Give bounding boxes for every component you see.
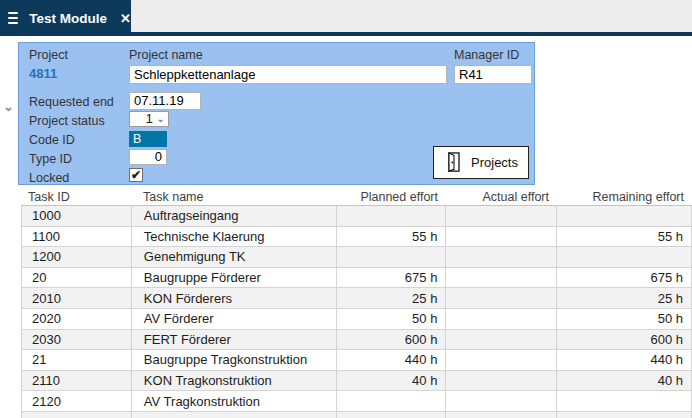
cell-task-id[interactable]: 21 <box>22 350 132 370</box>
cell-empty <box>446 412 557 418</box>
projects-button-label: Projects <box>471 155 518 170</box>
type-id-input[interactable]: 0 <box>129 149 167 165</box>
cell-task-name[interactable]: Technische Klaerung <box>132 227 337 247</box>
task-table: Task ID Task name Planned effort Actual … <box>21 188 692 418</box>
cell-remaining[interactable]: 40 h <box>557 371 692 391</box>
cell-task-name[interactable]: KON Förderers <box>132 288 337 308</box>
table-row[interactable]: 2030FERT Förderer600 h600 h <box>22 330 692 351</box>
cell-remaining[interactable]: 50 h <box>557 309 692 329</box>
cell-actual[interactable] <box>446 330 557 350</box>
chevron-down-icon: ⌄ <box>157 114 165 124</box>
cell-task-id[interactable]: 2110 <box>22 371 132 391</box>
collapse-chevron-icon[interactable]: ⌄ <box>3 100 14 113</box>
project-status-label: Project status <box>29 114 105 128</box>
task-table-body: 1000Auftragseingang1100Technische Klaeru… <box>21 206 692 418</box>
table-row[interactable]: 1100Technische Klaerung55 h55 h <box>22 227 692 248</box>
cell-actual[interactable] <box>446 350 557 370</box>
tab-title: Test Module <box>29 11 107 26</box>
cell-planned[interactable] <box>337 247 447 267</box>
cell-actual[interactable] <box>446 309 557 329</box>
code-id-field[interactable]: B <box>129 131 167 147</box>
cell-planned[interactable]: 440 h <box>337 350 447 370</box>
project-id-link[interactable]: 4811 <box>29 66 57 81</box>
cell-planned[interactable]: 55 h <box>337 227 447 247</box>
checkmark-icon: ✔ <box>131 169 141 181</box>
cell-remaining[interactable] <box>557 247 692 267</box>
cell-task-name[interactable]: AV Förderer <box>132 309 337 329</box>
cell-planned[interactable]: 675 h <box>337 268 447 288</box>
table-row[interactable]: 1200Genehmigung TK <box>22 247 692 268</box>
table-row-partial[interactable] <box>22 412 692 418</box>
cell-remaining[interactable]: 675 h <box>557 268 692 288</box>
project-panel: Project Project name Manager ID 4811 Sch… <box>18 42 535 185</box>
cell-planned[interactable]: 25 h <box>337 288 447 308</box>
cell-empty <box>557 412 692 418</box>
cell-task-id[interactable]: 1200 <box>22 247 132 267</box>
cell-actual[interactable] <box>446 288 557 308</box>
cell-task-name[interactable]: Baugruppe Tragkonstruktion <box>132 350 337 370</box>
cell-remaining[interactable]: 55 h <box>557 227 692 247</box>
cell-task-id[interactable]: 2030 <box>22 330 132 350</box>
cell-task-name[interactable]: KON Tragkonstruktion <box>132 371 337 391</box>
cell-task-name[interactable]: Auftragseingang <box>132 206 337 226</box>
cell-planned[interactable]: 600 h <box>337 330 447 350</box>
cell-actual[interactable] <box>446 268 557 288</box>
cell-task-id[interactable]: 2010 <box>22 288 132 308</box>
cell-remaining[interactable] <box>557 391 692 411</box>
project-status-value: 1 <box>146 112 153 126</box>
table-row[interactable]: 20Baugruppe Förderer675 h675 h <box>22 268 692 289</box>
menu-icon[interactable] <box>8 12 18 24</box>
cell-empty <box>22 412 132 418</box>
table-row[interactable]: 21Baugruppe Tragkonstruktion440 h440 h <box>22 350 692 371</box>
requested-end-label: Requested end <box>29 95 114 109</box>
cell-planned[interactable]: 50 h <box>337 309 447 329</box>
code-id-label: Code ID <box>29 133 75 147</box>
cell-empty <box>337 412 447 418</box>
table-row[interactable]: 2120AV Tragkonstruktion <box>22 391 692 412</box>
cell-task-name[interactable]: Baugruppe Förderer <box>132 268 337 288</box>
cell-remaining[interactable]: 600 h <box>557 330 692 350</box>
manager-id-input[interactable]: R41 <box>454 65 532 84</box>
cell-planned[interactable] <box>337 391 447 411</box>
project-label: Project <box>29 48 68 62</box>
cell-remaining[interactable]: 440 h <box>557 350 692 370</box>
cell-task-name[interactable]: Genehmigung TK <box>132 247 337 267</box>
cell-actual[interactable] <box>446 206 557 226</box>
manager-id-label: Manager ID <box>454 48 519 62</box>
cell-task-id[interactable]: 1000 <box>22 206 132 226</box>
cell-actual[interactable] <box>446 247 557 267</box>
requested-end-input[interactable]: 07.11.19 <box>129 92 201 110</box>
col-header-planned-effort: Planned effort <box>336 190 446 204</box>
door-icon <box>444 151 464 174</box>
locked-checkbox[interactable]: ✔ <box>129 168 143 182</box>
cell-task-id[interactable]: 2120 <box>22 391 132 411</box>
table-row[interactable]: 2110KON Tragkonstruktion40 h40 h <box>22 371 692 392</box>
cell-task-id[interactable]: 20 <box>22 268 132 288</box>
projects-button[interactable]: Projects <box>433 146 529 179</box>
cell-planned[interactable] <box>337 206 447 226</box>
locked-label: Locked <box>29 171 69 185</box>
cell-actual[interactable] <box>446 227 557 247</box>
cell-actual[interactable] <box>446 371 557 391</box>
table-row[interactable]: 2010KON Förderers25 h25 h <box>22 288 692 309</box>
project-name-input[interactable]: Schleppkettenanlage <box>129 65 447 84</box>
cell-task-name[interactable]: FERT Förderer <box>132 330 337 350</box>
tab-test-module[interactable]: Test Module ✕ <box>0 0 131 36</box>
cell-actual[interactable] <box>446 391 557 411</box>
task-table-header: Task ID Task name Planned effort Actual … <box>21 188 692 206</box>
cell-planned[interactable]: 40 h <box>337 371 447 391</box>
cell-remaining[interactable] <box>557 206 692 226</box>
close-icon[interactable]: ✕ <box>120 12 131 25</box>
cell-task-name[interactable]: AV Tragkonstruktion <box>132 391 337 411</box>
tab-bar: Test Module ✕ <box>0 0 692 36</box>
col-header-task-name: Task name <box>131 190 336 204</box>
col-header-task-id: Task ID <box>21 190 131 204</box>
project-name-label: Project name <box>129 48 203 62</box>
cell-task-id[interactable]: 1100 <box>22 227 132 247</box>
cell-task-id[interactable]: 2020 <box>22 309 132 329</box>
project-status-select[interactable]: 1 ⌄ <box>129 111 169 127</box>
cell-empty <box>132 412 337 418</box>
table-row[interactable]: 2020AV Förderer50 h50 h <box>22 309 692 330</box>
cell-remaining[interactable]: 25 h <box>557 288 692 308</box>
table-row[interactable]: 1000Auftragseingang <box>22 206 692 227</box>
